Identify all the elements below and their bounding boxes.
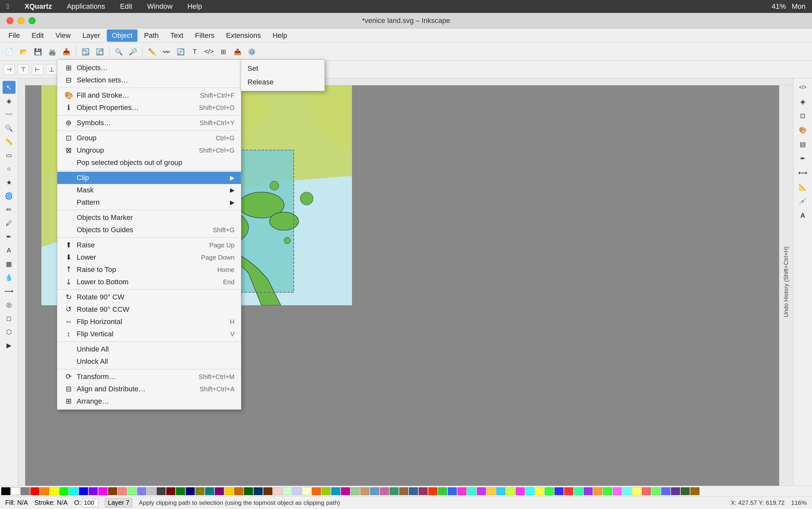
color-maroon[interactable] (215, 487, 224, 495)
opacity-input[interactable] (82, 499, 98, 507)
color-pink2[interactable] (613, 487, 622, 495)
align-right-button[interactable]: ⊢ (32, 64, 43, 75)
color-violet[interactable] (477, 487, 486, 495)
menu-object[interactable]: Object (107, 29, 138, 42)
menu-item-group[interactable]: ⊡ Group Ctrl+G (57, 132, 241, 144)
color-lightyellow[interactable] (302, 487, 311, 495)
menu-item-raise[interactable]: ⬆ Raise Page Up (57, 239, 241, 251)
color-chartreuse[interactable] (322, 487, 331, 495)
close-button[interactable] (6, 17, 13, 24)
menu-view[interactable]: View (50, 29, 76, 42)
menu-filters[interactable]: Filters (190, 29, 220, 42)
color-neongreen2[interactable] (603, 487, 612, 495)
tweak-button[interactable]: 〰️ (160, 45, 172, 58)
color-darkred[interactable] (166, 487, 175, 495)
color-ice[interactable] (622, 487, 631, 495)
snap-panel-btn[interactable]: ⊡ (797, 109, 809, 122)
color-neonred[interactable] (564, 487, 573, 495)
menu-item-fill-stroke[interactable]: 🎨 Fill and Stroke… Shift+Ctrl+F (57, 89, 241, 102)
color-neongreen[interactable] (545, 487, 554, 495)
pen-tool[interactable]: 🖊 (3, 217, 15, 230)
color-banana[interactable] (632, 487, 641, 495)
spray-tool[interactable]: ◎ (3, 298, 15, 311)
spiral-tool[interactable]: 🌀 (3, 190, 15, 202)
menu-item-selection-sets[interactable]: ⊟ Selection sets… (57, 74, 241, 86)
color-orchid[interactable] (516, 487, 525, 495)
color-sienna[interactable] (263, 487, 272, 495)
color-steelblue[interactable] (409, 487, 418, 495)
color-amber[interactable] (234, 487, 243, 495)
xml-editor-button[interactable]: </> (203, 45, 215, 58)
menu-item-ungroup[interactable]: ⊠ Ungroup Shift+Ctrl+G (57, 144, 241, 157)
color-springgreen[interactable] (574, 487, 583, 495)
redo-button[interactable]: ↪️ (94, 45, 106, 58)
menu-item-unhide-all[interactable]: Unhide All (57, 343, 241, 355)
color-ochre[interactable] (690, 487, 700, 495)
text-tool-button[interactable]: T (189, 45, 201, 58)
color-lightblue[interactable] (137, 487, 146, 495)
color-hotpink[interactable] (457, 487, 466, 495)
color-wine[interactable] (419, 487, 428, 495)
color-brown[interactable] (108, 487, 117, 495)
color-amethyst[interactable] (671, 487, 680, 495)
dropper-panel-btn[interactable]: 💉 (797, 195, 809, 208)
mac-menu-window[interactable]: Window (144, 2, 175, 11)
menu-item-align[interactable]: ⊟ Align and Distribute… Shift+Ctrl+A (57, 383, 241, 395)
color-royalblue[interactable] (448, 487, 457, 495)
menu-item-pattern[interactable]: Pattern ▶ (57, 196, 241, 209)
export-button[interactable]: 📤 (231, 45, 243, 58)
color-gold[interactable] (225, 487, 234, 495)
node-edit-button[interactable]: ✏️ (146, 45, 158, 58)
maximize-button[interactable] (29, 17, 36, 24)
connector-tool[interactable]: ⟶ (3, 284, 15, 298)
menu-item-lower-to-bottom[interactable]: ⤓ Lower to Bottom End (57, 276, 241, 288)
rect-tool[interactable]: ▭ (3, 149, 15, 162)
color-indigo2[interactable] (584, 487, 593, 495)
color-purple[interactable] (89, 487, 98, 495)
menu-item-flip-v[interactable]: ↕ Flip Vertical V (57, 328, 241, 340)
color-lightpink[interactable] (273, 487, 282, 495)
align-left-button[interactable]: ⊣ (3, 64, 15, 75)
menu-text[interactable]: Text (165, 29, 189, 42)
zoom-in-button[interactable]: 🔍 (112, 45, 125, 58)
color-magenta[interactable] (98, 487, 107, 495)
connector-panel-btn[interactable]: ⟷ (797, 166, 809, 179)
color-lightgreen[interactable] (127, 487, 136, 495)
color-darkgreen[interactable] (176, 487, 185, 495)
color-silver[interactable] (147, 487, 156, 495)
color-darkgray[interactable] (157, 487, 166, 495)
menu-edit[interactable]: Edit (26, 29, 49, 42)
color-cerulean[interactable] (331, 487, 340, 495)
minimize-button[interactable] (18, 17, 25, 24)
menu-item-mask[interactable]: Mask ▶ (57, 184, 241, 196)
ellipse-tool[interactable]: ○ (3, 162, 15, 175)
color-salmon[interactable] (642, 487, 651, 495)
xml-button2[interactable]: ⊞ (217, 45, 229, 58)
color-lime2[interactable] (438, 487, 447, 495)
color-orange[interactable] (40, 487, 49, 495)
color-mintgreen[interactable] (283, 487, 292, 495)
color-aquamarine[interactable] (467, 487, 476, 495)
node-tool[interactable]: ◈ (3, 94, 15, 107)
dropper-tool[interactable]: 💧 (3, 271, 15, 284)
zoom-tool[interactable]: 🔍 (3, 122, 15, 135)
color-yellowgreen2[interactable] (506, 487, 515, 495)
menu-item-object-properties[interactable]: ℹ Object Properties… Shift+Ctrl+O (57, 102, 241, 114)
xml-editor-panel-btn[interactable]: </> (797, 81, 809, 94)
menu-item-rotate-cw[interactable]: ↻ Rotate 90° CW (57, 291, 241, 303)
palette-panel-btn[interactable]: 🎨 (797, 124, 809, 136)
menu-item-flip-h[interactable]: ↔ Flip Horizontal H (57, 316, 241, 328)
color-white[interactable] (11, 487, 20, 495)
color-vermillion[interactable] (312, 487, 321, 495)
color-palegreen[interactable] (652, 487, 660, 495)
print-button[interactable]: 🖨️ (46, 45, 58, 58)
color-darkblue[interactable] (186, 487, 195, 495)
mac-menu-help[interactable]: Help (185, 2, 204, 11)
menu-help[interactable]: Help (267, 29, 292, 42)
color-lavender[interactable] (292, 487, 301, 495)
color-turquoise2[interactable] (525, 487, 534, 495)
menu-item-symbols[interactable]: ⊛ Symbols… Shift+Ctrl+Y (57, 117, 241, 129)
tweak-tool[interactable]: 〰 (3, 108, 15, 121)
color-pink[interactable] (118, 487, 127, 495)
color-mauve[interactable] (380, 487, 389, 495)
